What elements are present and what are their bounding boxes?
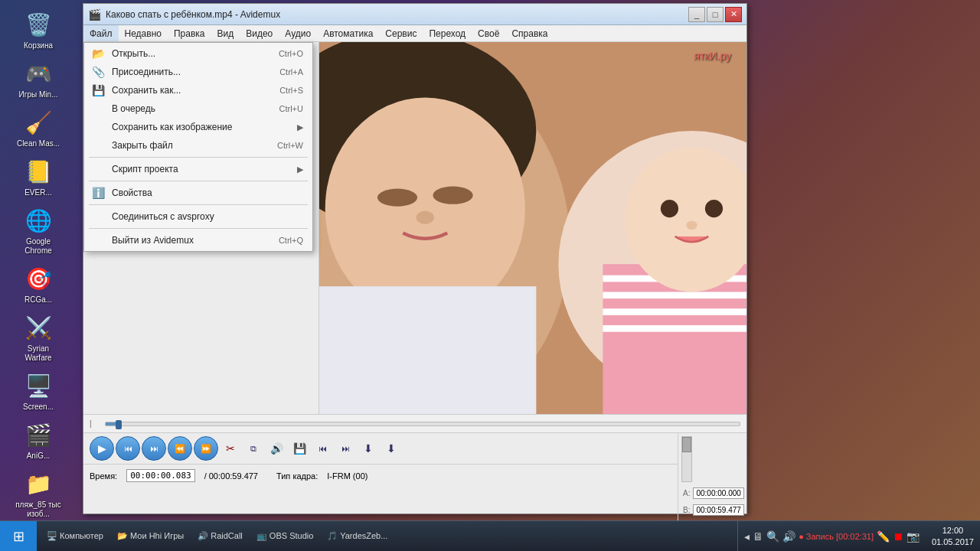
total-time: / 00:00:59.477 bbox=[204, 471, 258, 481]
menu-connect[interactable]: Соединиться с avsproxy bbox=[84, 207, 312, 226]
jump-a-button[interactable]: ⏮ bbox=[312, 438, 333, 459]
frame-type-value: I-FRM (00) bbox=[327, 471, 368, 481]
taskbar-item-yardes[interactable]: 🎵 YardesZeb... bbox=[320, 524, 394, 549]
menu-service[interactable]: Сервис bbox=[379, 25, 423, 41]
close-button[interactable]: ✕ bbox=[725, 7, 742, 22]
tray-stop-icon[interactable]: ⏹ bbox=[893, 530, 903, 543]
taskbar-clock: 12:00 01.05.2017 bbox=[926, 525, 980, 547]
frame-type-label: Тип кадра: bbox=[276, 471, 318, 481]
tray-camera-icon[interactable]: 📷 bbox=[906, 530, 920, 543]
audio-toggle-button[interactable]: 🔊 bbox=[266, 438, 287, 459]
menu-nav[interactable]: Переход bbox=[423, 25, 472, 41]
menu-audio[interactable]: Аудио bbox=[279, 25, 317, 41]
desktop-icon-folder1[interactable]: 📁 пляж_85 тыс изоб... bbox=[11, 465, 66, 522]
ever-icon: 📒 bbox=[23, 156, 54, 187]
menu-closefile[interactable]: Закрыть файл Ctrl+W bbox=[84, 136, 312, 155]
next-frame-button[interactable]: ⏩ bbox=[194, 436, 218, 461]
desktop-icon-ever[interactable]: 📒 EVER... bbox=[11, 153, 66, 201]
down1-button[interactable]: ⬇ bbox=[358, 438, 379, 459]
minimize-button[interactable]: _ bbox=[688, 7, 705, 22]
desktop-icon-label: Корзина bbox=[24, 41, 53, 51]
taskbar: ⊞ 🖥️ Компьютер 📂 Мои Нhi Игры 🔊 RaidCall… bbox=[0, 520, 980, 551]
desktop-icon-rcga[interactable]: 🎯 RCGa... bbox=[11, 260, 66, 308]
menu-saveimg[interactable]: Сохранить как изображение ▶ bbox=[84, 118, 312, 136]
tray-pen-icon[interactable]: ✏️ bbox=[877, 530, 890, 543]
desktop-icon-label: Syrian Warfare bbox=[14, 344, 63, 363]
rewind-button[interactable]: ⏮ bbox=[116, 436, 140, 461]
b-label: B: bbox=[683, 506, 690, 514]
app-icon: 🎬 bbox=[88, 8, 101, 21]
tray-record-label[interactable]: ● Запись [00:02:31] bbox=[799, 532, 874, 541]
cut-red-button[interactable]: ✂ bbox=[220, 438, 241, 459]
playback-toolbar: ▶ ⏮ ⏭ ⏪ ⏩ ✂ ⧉ 🔊 💾 ⏮ ⏭ ⬇ ⬇ bbox=[83, 433, 678, 464]
menu-file[interactable]: Файл 📂 Открыть... Ctrl+O 📎 Присоединить.… bbox=[83, 25, 119, 41]
desktop-icon-clean[interactable]: 🧹 Clean Mas... bbox=[11, 104, 66, 152]
timeline[interactable]: | bbox=[83, 415, 746, 433]
a-label: A: bbox=[683, 489, 690, 497]
svg-rect-7 bbox=[319, 286, 536, 414]
menu-edit[interactable]: Правка bbox=[168, 25, 211, 41]
forward-button[interactable]: ⏭ bbox=[142, 436, 166, 461]
desktop-icons: 🗑️ Корзина 🎮 Игры Min... 🧹 Clean Mas... … bbox=[0, 0, 77, 551]
desktop-icon-label: Google Chrome bbox=[14, 237, 63, 256]
menu-separator4 bbox=[89, 228, 308, 229]
desktop-icon-screen[interactable]: 🖥️ Screen... bbox=[11, 367, 66, 415]
menu-queue[interactable]: В очередь Ctrl+U bbox=[84, 99, 312, 118]
menu-script[interactable]: Скрипт проекта ▶ bbox=[84, 160, 312, 178]
app-window: 🎬 Каково спать с ребёнком.mp4 - Avidemux… bbox=[83, 3, 747, 514]
menu-auto[interactable]: Автоматика bbox=[317, 25, 379, 41]
desktop-icon-label: Clean Mas... bbox=[17, 139, 60, 148]
desktop: 🗑️ Корзина 🎮 Игры Min... 🧹 Clean Mas... … bbox=[0, 0, 980, 551]
tray-monitor-icon[interactable]: 🖥 bbox=[753, 530, 763, 543]
menu-separator3 bbox=[89, 204, 308, 205]
prev-frame-button[interactable]: ⏪ bbox=[168, 436, 192, 461]
desktop-icon-label: EVER... bbox=[24, 188, 52, 197]
play-button[interactable]: ▶ bbox=[90, 436, 114, 461]
video-frame: яткИ.ру bbox=[319, 42, 746, 414]
scroll-track[interactable] bbox=[681, 436, 692, 482]
menu-props[interactable]: ℹ️ Свойства bbox=[84, 184, 312, 202]
menu-recent[interactable]: Недавно bbox=[119, 25, 168, 41]
start-button[interactable]: ⊞ bbox=[0, 521, 37, 552]
tray-chevron-icon[interactable]: ◂ bbox=[744, 530, 750, 543]
desktop-icon-anig[interactable]: 🎬 AniG... bbox=[11, 416, 66, 464]
cut-b-button[interactable]: ⧉ bbox=[243, 438, 264, 459]
scroll-thumb[interactable] bbox=[682, 437, 691, 452]
status-bar: Время: 00:00:00.083 / 00:00:59.477 Тип к… bbox=[83, 464, 678, 487]
video-area: яткИ.ру bbox=[319, 42, 746, 414]
taskbar-item-obs[interactable]: 📺 OBS Studio bbox=[250, 524, 321, 549]
current-time: 00:00:00.083 bbox=[126, 469, 194, 482]
taskbar-item-computer[interactable]: 🖥️ Компьютер bbox=[40, 524, 110, 549]
menu-saveas[interactable]: 💾 Сохранить как... Ctrl+S bbox=[84, 81, 312, 99]
desktop-icon-chrome[interactable]: 🌐 Google Chrome bbox=[11, 202, 66, 259]
menu-custom[interactable]: Своё bbox=[472, 25, 505, 41]
tray-search-icon[interactable]: 🔍 bbox=[766, 530, 779, 543]
taskbar-item-games[interactable]: 📂 Мои Нhi Игры bbox=[110, 524, 191, 549]
save-button[interactable]: 💾 bbox=[289, 438, 310, 459]
jump-b-button[interactable]: ⏭ bbox=[335, 438, 356, 459]
desktop-icon-syrian[interactable]: ⚔️ Syrian Warfare bbox=[11, 309, 66, 366]
games-icon: 🎮 bbox=[23, 58, 54, 89]
chrome-icon: 🌐 bbox=[23, 205, 54, 236]
taskbar-item-raidcall[interactable]: 🔊 RaidCall bbox=[191, 524, 250, 549]
join-icon: 📎 bbox=[90, 64, 106, 80]
tray-speaker-icon[interactable]: 🔊 bbox=[782, 530, 795, 543]
menu-quit[interactable]: Выйти из Avidemux Ctrl+Q bbox=[84, 231, 312, 249]
down2-button[interactable]: ⬇ bbox=[381, 438, 402, 459]
timeline-bar[interactable] bbox=[105, 422, 740, 426]
taskbar-systray: ◂ 🖥 🔍 🔊 ● Запись [00:02:31] ✏️ ⏹ 📷 bbox=[737, 521, 926, 551]
desktop-icon-trash[interactable]: 🗑️ Корзина bbox=[11, 6, 66, 54]
menu-view[interactable]: Вид bbox=[211, 25, 240, 41]
menu-video[interactable]: Видео bbox=[240, 25, 279, 41]
bottom-area: | ▶ ⏮ ⏭ ⏪ ⏩ ✂ ⧉ bbox=[83, 414, 746, 514]
menu-open[interactable]: 📂 Открыть... Ctrl+O bbox=[84, 44, 312, 63]
menu-join[interactable]: 📎 Присоединить... Ctrl+A bbox=[84, 63, 312, 81]
anig-icon: 🎬 bbox=[23, 419, 54, 450]
scroll-area bbox=[681, 436, 743, 482]
syrian-icon: ⚔️ bbox=[23, 312, 54, 343]
maximize-button[interactable]: □ bbox=[707, 7, 724, 22]
menu-help[interactable]: Справка bbox=[505, 25, 554, 41]
desktop-icon-label: Игры Min... bbox=[19, 90, 58, 99]
desktop-icon-games[interactable]: 🎮 Игры Min... bbox=[11, 55, 66, 103]
screen-icon: 🖥️ bbox=[23, 370, 54, 401]
